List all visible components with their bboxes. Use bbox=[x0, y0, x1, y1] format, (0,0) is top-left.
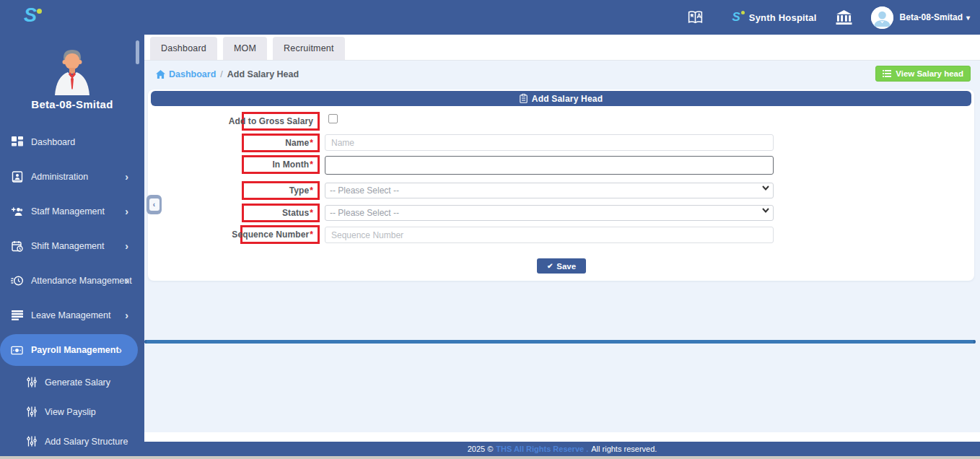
sidebar-subitem-view-payslip[interactable]: View Payslip bbox=[0, 397, 144, 427]
sidebar-item-shift-management[interactable]: Shift Management › bbox=[0, 229, 144, 263]
payroll-money-icon bbox=[11, 344, 23, 357]
sliders-icon bbox=[27, 406, 38, 418]
shift-calendar-icon bbox=[11, 240, 23, 253]
footer: 2025 © THS All Rights Reserve . All righ… bbox=[144, 442, 980, 456]
logo-dot-icon bbox=[741, 11, 745, 14]
user-menu[interactable]: Beta-08-Smitad ▾ bbox=[900, 12, 970, 22]
tab-mom[interactable]: MOM bbox=[223, 37, 267, 60]
tab-dashboard[interactable]: Dashboard bbox=[150, 37, 217, 60]
field-label-type: Type* bbox=[242, 181, 320, 200]
sidebar-item-dashboard[interactable]: Dashboard bbox=[0, 125, 144, 159]
caret-down-icon: ▾ bbox=[966, 14, 970, 22]
view-salary-head-button[interactable]: View Salary head bbox=[875, 66, 971, 82]
sidebar-scrollbar-thumb[interactable] bbox=[136, 40, 139, 64]
form-header: Add Salary Head bbox=[151, 91, 971, 106]
app-logo[interactable]: S bbox=[24, 4, 36, 27]
footer-copyright: 2025 © bbox=[468, 445, 494, 453]
sidebar-user-name: Beta-08-Smitad bbox=[0, 98, 144, 110]
sidebar-item-label: Staff Management bbox=[31, 206, 105, 217]
breadcrumb-home-label: Dashboard bbox=[169, 69, 216, 79]
logo-dot-icon bbox=[37, 9, 42, 14]
sidebar-item-label: Shift Management bbox=[31, 241, 104, 251]
content-divider-bar bbox=[144, 340, 976, 344]
translate-icon[interactable] bbox=[686, 9, 704, 27]
breadcrumb: Dashboard / Add Salary Head bbox=[156, 69, 299, 79]
tab-bar: Dashboard MOM Recruitment bbox=[144, 35, 980, 61]
app-logo-letter: S bbox=[24, 4, 36, 26]
chevron-right-icon: › bbox=[125, 310, 128, 320]
form-title: Add Salary Head bbox=[532, 94, 603, 104]
field-label-status: Status* bbox=[242, 204, 320, 222]
sidebar-item-label: Dashboard bbox=[31, 137, 75, 147]
check-icon: ✔ bbox=[547, 262, 553, 270]
admin-badge-icon bbox=[11, 171, 23, 183]
sidebar-subitem-label: Generate Salary bbox=[45, 377, 110, 388]
required-asterisk: * bbox=[310, 159, 313, 170]
footer-rights: All rights reserved. bbox=[591, 445, 657, 453]
required-asterisk: * bbox=[310, 138, 313, 148]
list-icon bbox=[883, 70, 891, 77]
breadcrumb-current: Add Salary Head bbox=[227, 69, 299, 79]
sidebar-subitem-label: View Payslip bbox=[45, 407, 96, 417]
type-select[interactable]: -- Please Select -- bbox=[325, 183, 774, 198]
hospital-name: Synth Hospital bbox=[749, 12, 817, 23]
status-select[interactable]: -- Please Select -- bbox=[325, 205, 774, 221]
breadcrumb-home-link[interactable]: Dashboard bbox=[156, 69, 216, 79]
sidebar-item-label: Payroll Management bbox=[31, 345, 119, 355]
save-button-label: Save bbox=[556, 262, 576, 271]
in-month-input[interactable] bbox=[325, 156, 774, 175]
bottom-edge-strip bbox=[0, 456, 980, 459]
staff-add-icon bbox=[11, 206, 23, 218]
sidebar-subitem-generate-salary[interactable]: Generate Salary bbox=[0, 367, 144, 397]
home-icon bbox=[156, 70, 165, 79]
sliders-icon bbox=[27, 377, 38, 388]
institution-bank-icon[interactable] bbox=[836, 10, 852, 25]
sidebar: Beta-08-Smitad Dashboard bbox=[0, 35, 144, 456]
attendance-clock-icon bbox=[11, 275, 23, 287]
tab-recruitment[interactable]: Recruitment bbox=[273, 37, 345, 60]
sidebar-item-attendance-management[interactable]: Attendance Management › bbox=[0, 263, 144, 298]
sidebar-subitem-add-salary-structure[interactable]: Add Salary Structure bbox=[0, 427, 144, 456]
sidebar-item-label: Administration bbox=[31, 172, 88, 182]
leave-list-icon bbox=[11, 310, 23, 322]
sidebar-item-label: Leave Management bbox=[31, 310, 111, 320]
required-asterisk: * bbox=[310, 230, 313, 240]
chevron-right-icon: › bbox=[125, 172, 128, 182]
clipboard-icon bbox=[520, 94, 528, 103]
topbar: S S Synth Hospital bbox=[0, 0, 980, 35]
footer-gap bbox=[144, 432, 980, 442]
hospital-logo-icon: S bbox=[732, 10, 740, 25]
sidebar-item-payroll-management[interactable]: Payroll Management › bbox=[0, 334, 138, 366]
sidebar-item-label: Attendance Management bbox=[31, 276, 132, 286]
add-salary-head-card: Add Salary Head Add to Gross Salary Name… bbox=[148, 89, 974, 281]
view-salary-head-label: View Salary head bbox=[896, 69, 963, 78]
field-label-name: Name* bbox=[242, 134, 320, 152]
required-asterisk: * bbox=[310, 208, 313, 218]
required-asterisk: * bbox=[310, 185, 313, 196]
name-input[interactable] bbox=[325, 134, 774, 151]
field-label-sequence-number: Sequence Number* bbox=[240, 225, 320, 244]
sidebar-item-staff-management[interactable]: Staff Management › bbox=[0, 194, 144, 229]
sliders-icon bbox=[27, 436, 38, 447]
chevron-right-icon: › bbox=[125, 241, 128, 251]
save-button[interactable]: ✔ Save bbox=[537, 258, 586, 274]
sequence-number-input[interactable] bbox=[325, 227, 774, 243]
field-label-add-to-gross-salary: Add to Gross Salary bbox=[242, 112, 320, 131]
sidebar-subitem-label: Add Salary Structure bbox=[45, 437, 128, 447]
sidebar-item-leave-management[interactable]: Leave Management › bbox=[0, 298, 144, 333]
user-avatar[interactable] bbox=[871, 6, 893, 29]
sidebar-collapse-toggle[interactable]: ‹ bbox=[146, 195, 162, 214]
chevron-right-icon: › bbox=[118, 345, 122, 355]
add-to-gross-salary-checkbox[interactable] bbox=[328, 114, 338, 123]
chevron-right-icon: › bbox=[125, 276, 128, 286]
dashboard-icon bbox=[11, 136, 23, 149]
sidebar-menu: Dashboard Administration › bbox=[0, 125, 144, 456]
main-content: Dashboard MOM Recruitment Dashboard / Ad… bbox=[144, 35, 980, 456]
topbar-right-cluster: S Synth Hospital Beta-08-Smitad bbox=[686, 0, 970, 35]
sidebar-item-administration[interactable]: Administration › bbox=[0, 159, 144, 194]
breadcrumb-separator: / bbox=[220, 69, 222, 79]
sidebar-avatar bbox=[42, 48, 102, 95]
chevron-right-icon: › bbox=[125, 206, 128, 217]
footer-link[interactable]: THS All Rights Reserve . bbox=[496, 445, 588, 453]
field-label-in-month: In Month* bbox=[242, 155, 320, 174]
